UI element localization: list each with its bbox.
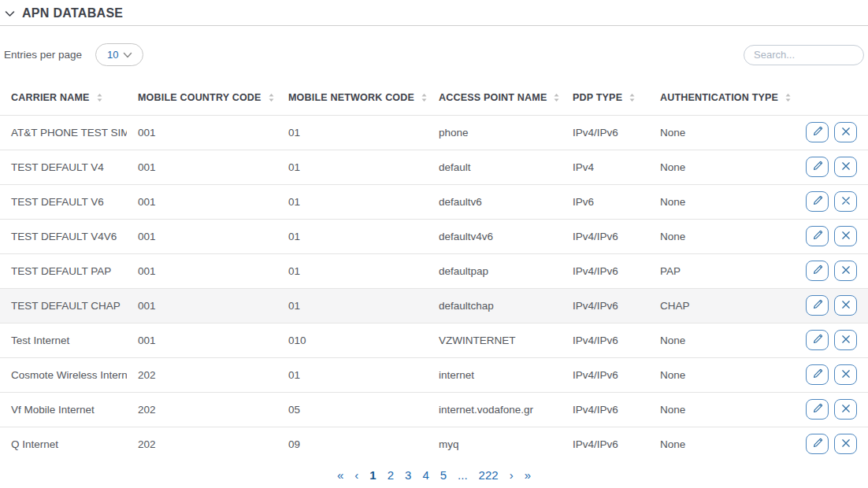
entries-per-page-label: Entries per page bbox=[4, 49, 82, 61]
sort-arrows-icon bbox=[96, 93, 103, 102]
column-header-pdp-type[interactable]: PDP TYPE bbox=[562, 81, 649, 115]
cell-carrier-name: Q Internet bbox=[0, 427, 127, 461]
apn-table: CARRIER NAME MOBILE COUNTRY CODE MOBILE … bbox=[0, 81, 868, 461]
delete-button[interactable] bbox=[834, 434, 857, 454]
column-header-carrier-name[interactable]: CARRIER NAME bbox=[0, 81, 127, 115]
cell-access-point-name: myq bbox=[428, 427, 562, 461]
cell-access-point-name: default bbox=[428, 150, 562, 184]
cell-mobile-network-code: 01 bbox=[277, 184, 428, 219]
table-row: Q Internet 202 09 myq IPv4/IPv6 None bbox=[0, 427, 868, 461]
cell-access-point-name: defaultv6 bbox=[428, 184, 562, 219]
cell-actions bbox=[796, 219, 868, 253]
x-icon bbox=[840, 161, 851, 174]
x-icon bbox=[840, 334, 851, 347]
cell-authentication-type: None bbox=[649, 427, 796, 461]
sort-arrows-icon bbox=[268, 93, 275, 102]
table-row: Test Internet 001 010 VZWINTERNET IPv4/I… bbox=[0, 323, 868, 357]
cell-authentication-type: CHAP bbox=[649, 288, 796, 323]
cell-access-point-name: internet.vodafone.gr bbox=[428, 392, 562, 427]
delete-button[interactable] bbox=[834, 261, 857, 281]
cell-pdp-type: IPv4/IPv6 bbox=[562, 392, 649, 427]
pagination-last[interactable]: » bbox=[525, 468, 531, 482]
edit-button[interactable] bbox=[806, 434, 829, 454]
cell-mobile-country-code: 001 bbox=[127, 115, 277, 150]
x-icon bbox=[840, 195, 851, 209]
column-header-access-point-name[interactable]: ACCESS POINT NAME bbox=[428, 81, 562, 115]
pagination-page-1[interactable]: 1 bbox=[369, 468, 376, 482]
cell-mobile-network-code: 01 bbox=[277, 253, 428, 288]
cell-authentication-type: None bbox=[649, 357, 796, 392]
pagination-page-5[interactable]: 5 bbox=[440, 468, 447, 482]
cell-carrier-name: Cosmote Wireless Internet bbox=[0, 357, 127, 392]
delete-button[interactable] bbox=[834, 364, 857, 385]
x-icon bbox=[840, 368, 851, 382]
delete-button[interactable] bbox=[834, 191, 857, 212]
table-row: TEST DEFAULT V4V6 001 01 defaultv4v6 IPv… bbox=[0, 219, 868, 253]
cell-mobile-network-code: 01 bbox=[277, 150, 428, 184]
column-header-authentication-type[interactable]: AUTHENTICATION TYPE bbox=[649, 81, 796, 115]
edit-button[interactable] bbox=[806, 330, 829, 350]
cell-mobile-network-code: 01 bbox=[277, 288, 428, 323]
cell-actions bbox=[796, 150, 868, 184]
cell-access-point-name: defaultv4v6 bbox=[428, 219, 562, 253]
cell-actions bbox=[796, 357, 868, 392]
cell-actions bbox=[796, 288, 868, 323]
cell-carrier-name: AT&T PHONE TEST SIM bbox=[0, 115, 127, 150]
pencil-icon bbox=[811, 402, 824, 417]
edit-button[interactable] bbox=[806, 295, 829, 316]
cell-pdp-type: IPv4/IPv6 bbox=[562, 427, 649, 461]
x-icon bbox=[840, 264, 851, 278]
edit-button[interactable] bbox=[806, 191, 829, 212]
pagination-next[interactable]: › bbox=[510, 468, 514, 482]
table-controls: Entries per page 10 bbox=[0, 26, 868, 66]
cell-mobile-country-code: 001 bbox=[127, 219, 277, 253]
cell-mobile-network-code: 010 bbox=[277, 323, 428, 357]
cell-carrier-name: TEST DEFAULT PAP bbox=[0, 253, 127, 288]
cell-carrier-name: TEST DEFAULT V6 bbox=[0, 184, 127, 219]
entries-per-page-value: 10 bbox=[107, 49, 118, 61]
pagination-prev[interactable]: ‹ bbox=[354, 468, 358, 482]
cell-carrier-name: Test Internet bbox=[0, 323, 127, 357]
edit-button[interactable] bbox=[806, 122, 829, 142]
search-input[interactable] bbox=[744, 45, 864, 65]
pagination-page-2[interactable]: 2 bbox=[388, 468, 394, 482]
delete-button[interactable] bbox=[834, 399, 857, 420]
cell-authentication-type: None bbox=[649, 392, 796, 427]
edit-button[interactable] bbox=[806, 399, 829, 420]
pagination-page-222[interactable]: 222 bbox=[479, 468, 499, 482]
cell-pdp-type: IPv4/IPv6 bbox=[562, 323, 649, 357]
delete-button[interactable] bbox=[834, 295, 857, 316]
column-header-mobile-country-code[interactable]: MOBILE COUNTRY CODE bbox=[127, 81, 277, 115]
edit-button[interactable] bbox=[806, 261, 829, 281]
delete-button[interactable] bbox=[834, 122, 857, 142]
edit-button[interactable] bbox=[806, 157, 829, 177]
column-header-actions bbox=[796, 81, 868, 115]
column-header-mobile-network-code[interactable]: MOBILE NETWORK CODE bbox=[277, 81, 428, 115]
delete-button[interactable] bbox=[834, 157, 857, 177]
cell-pdp-type: IPv4 bbox=[562, 150, 649, 184]
cell-mobile-country-code: 202 bbox=[127, 392, 277, 427]
pagination-page-4[interactable]: 4 bbox=[422, 468, 428, 482]
delete-button[interactable] bbox=[834, 330, 857, 350]
edit-button[interactable] bbox=[806, 226, 829, 246]
delete-button[interactable] bbox=[834, 226, 857, 246]
cell-access-point-name: VZWINTERNET bbox=[428, 323, 562, 357]
pagination-first[interactable]: « bbox=[337, 468, 343, 482]
cell-authentication-type: None bbox=[649, 323, 796, 357]
cell-mobile-network-code: 05 bbox=[277, 392, 428, 427]
table-row: TEST DEFAULT V4 001 01 default IPv4 None bbox=[0, 150, 868, 184]
table-row: TEST DEFAULT PAP 001 01 defaultpap IPv4/… bbox=[0, 253, 868, 288]
table-header-row: CARRIER NAME MOBILE COUNTRY CODE MOBILE … bbox=[0, 81, 868, 115]
cell-pdp-type: IPv4/IPv6 bbox=[562, 288, 649, 323]
cell-mobile-country-code: 001 bbox=[127, 323, 277, 357]
cell-mobile-country-code: 202 bbox=[127, 357, 277, 392]
pencil-icon bbox=[811, 333, 824, 348]
pencil-icon bbox=[811, 437, 824, 452]
pagination-page-3[interactable]: 3 bbox=[405, 468, 411, 482]
x-icon bbox=[840, 299, 851, 312]
pagination-ellipsis: ... bbox=[458, 468, 468, 482]
apn-database-section-header[interactable]: APN DATABASE bbox=[0, 0, 868, 26]
entries-per-page-select[interactable]: 10 bbox=[95, 43, 143, 66]
chevron-down-icon bbox=[5, 10, 15, 17]
edit-button[interactable] bbox=[806, 364, 829, 385]
